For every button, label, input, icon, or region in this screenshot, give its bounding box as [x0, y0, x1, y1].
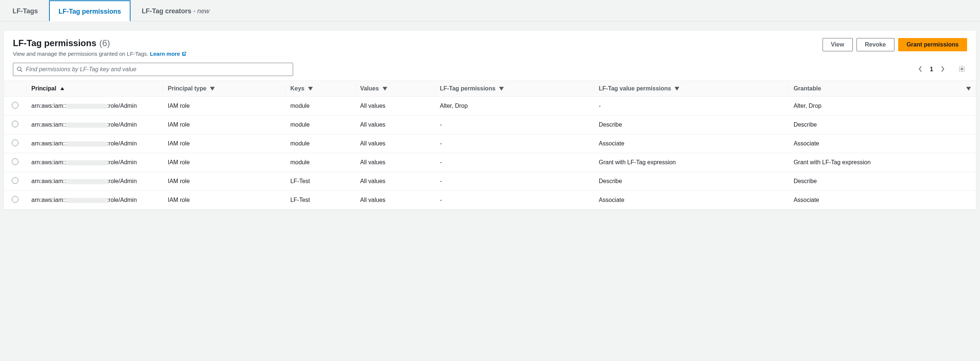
redacted-account-id: [66, 179, 107, 184]
cell-values: All values: [355, 191, 435, 210]
table-row: arn:aws:iam:::role/AdminIAM rolemoduleAl…: [4, 153, 976, 172]
row-radio[interactable]: [12, 196, 18, 203]
cell-lftag-permissions: -: [435, 172, 593, 191]
cell-principal: arn:aws:iam:::role/Admin: [26, 191, 162, 210]
cell-principal-type: IAM role: [162, 153, 285, 172]
col-lftag-value-permissions-label: LF-Tag value permissions: [599, 85, 671, 92]
cell-lftag-value-permissions: Associate: [593, 191, 788, 210]
cell-principal: arn:aws:iam:::role/Admin: [26, 115, 162, 134]
cell-values: All values: [355, 115, 435, 134]
col-select: [4, 81, 26, 97]
prev-page-button[interactable]: [916, 64, 924, 75]
col-grantable-label: Grantable: [794, 85, 821, 92]
revoke-button[interactable]: Revoke: [856, 38, 894, 51]
principal-prefix: arn:aws:iam::: [31, 159, 66, 165]
chevron-right-icon: [940, 66, 945, 72]
view-button[interactable]: View: [822, 38, 853, 51]
cell-keys: module: [285, 153, 355, 172]
table-row: arn:aws:iam:::role/AdminIAM rolemoduleAl…: [4, 134, 976, 153]
cell-principal-type: IAM role: [162, 172, 285, 191]
cell-lftag-value-permissions: Describe: [593, 115, 788, 134]
col-principal-type-label: Principal type: [168, 85, 207, 92]
redacted-account-id: [66, 160, 107, 165]
subtitle: View and manage the permissions granted …: [13, 51, 186, 57]
redacted-account-id: [66, 123, 107, 128]
page-number: 1: [930, 66, 933, 73]
row-radio[interactable]: [12, 139, 18, 146]
cell-lftag-value-permissions: Associate: [593, 134, 788, 153]
col-lftag-value-permissions[interactable]: LF-Tag value permissions: [593, 81, 788, 97]
col-grantable[interactable]: Grantable: [788, 81, 976, 97]
cell-grantable: Describe: [788, 115, 976, 134]
item-count: (6): [99, 38, 110, 48]
title-block: LF-Tag permissions (6) View and manage t…: [13, 38, 186, 57]
new-badge: - new: [193, 7, 209, 15]
filter-icon: [308, 86, 313, 91]
principal-suffix: :role/Admin: [107, 102, 137, 109]
learn-more-link[interactable]: Learn more: [150, 51, 187, 57]
filter-icon: [210, 86, 215, 91]
chevron-left-icon: [918, 66, 923, 72]
col-principal[interactable]: Principal: [26, 81, 162, 97]
principal-prefix: arn:aws:iam::: [31, 178, 66, 184]
page-title: LF-Tag permissions: [13, 38, 96, 48]
tab-lftags[interactable]: LF-Tags: [3, 0, 48, 21]
principal-suffix: :role/Admin: [107, 197, 137, 203]
principal-prefix: arn:aws:iam::: [31, 102, 66, 109]
row-radio[interactable]: [12, 102, 18, 109]
cell-grantable: Associate: [788, 134, 976, 153]
settings-button[interactable]: [957, 64, 967, 75]
sort-asc-icon: [60, 86, 65, 91]
next-page-button[interactable]: [939, 64, 947, 75]
cell-lftag-value-permissions: Describe: [593, 172, 788, 191]
toolbar: 1: [4, 57, 976, 80]
tab-lftag-creators[interactable]: LF-Tag creators - new: [132, 0, 219, 21]
row-radio[interactable]: [12, 158, 18, 165]
cell-lftag-value-permissions: -: [593, 97, 788, 115]
svg-point-0: [18, 67, 21, 71]
cell-grantable: Associate: [788, 191, 976, 210]
svg-point-2: [961, 68, 963, 70]
cell-lftag-permissions: -: [435, 134, 593, 153]
redacted-account-id: [66, 141, 107, 147]
svg-line-1: [21, 70, 22, 72]
tab-bar: LF-Tags LF-Tag permissions LF-Tag creato…: [0, 0, 980, 21]
action-bar: View Revoke Grant permissions: [822, 38, 967, 51]
col-values[interactable]: Values: [355, 81, 435, 97]
col-lftag-permissions[interactable]: LF-Tag permissions: [435, 81, 593, 97]
cell-values: All values: [355, 97, 435, 115]
cell-keys: LF-Test: [285, 191, 355, 210]
cell-lftag-permissions: -: [435, 153, 593, 172]
cell-lftag-permissions: -: [435, 191, 593, 210]
grant-permissions-button[interactable]: Grant permissions: [898, 38, 967, 51]
principal-suffix: :role/Admin: [107, 121, 137, 128]
search-input[interactable]: [13, 63, 293, 76]
cell-principal: arn:aws:iam:::role/Admin: [26, 172, 162, 191]
subtitle-text: View and manage the permissions granted …: [13, 51, 148, 57]
external-link-icon: [181, 51, 186, 56]
permissions-table: Principal Principal type Keys: [4, 80, 976, 209]
col-principal-type[interactable]: Principal type: [162, 81, 285, 97]
principal-prefix: arn:aws:iam::: [31, 140, 66, 147]
row-radio[interactable]: [12, 121, 18, 127]
page-root: LF-Tags LF-Tag permissions LF-Tag creato…: [0, 0, 980, 210]
cell-values: All values: [355, 172, 435, 191]
panel: LF-Tag permissions (6) View and manage t…: [4, 30, 976, 210]
col-keys[interactable]: Keys: [285, 81, 355, 97]
cell-principal: arn:aws:iam:::role/Admin: [26, 97, 162, 115]
table-row: arn:aws:iam:::role/AdminIAM rolemoduleAl…: [4, 97, 976, 115]
cell-keys: module: [285, 115, 355, 134]
search-icon: [17, 66, 23, 73]
tab-lftag-permissions[interactable]: LF-Tag permissions: [49, 0, 131, 21]
panel-header: LF-Tag permissions (6) View and manage t…: [4, 30, 976, 57]
cell-principal-type: IAM role: [162, 134, 285, 153]
cell-values: All values: [355, 134, 435, 153]
cell-principal: arn:aws:iam:::role/Admin: [26, 153, 162, 172]
row-radio[interactable]: [12, 177, 18, 184]
principal-suffix: :role/Admin: [107, 159, 137, 165]
cell-lftag-permissions: Alter, Drop: [435, 97, 593, 115]
search-wrap: [13, 63, 293, 76]
tab-lftag-creators-label: LF-Tag creators: [142, 7, 191, 15]
pager: 1: [916, 64, 967, 75]
cell-lftag-value-permissions: Grant with LF-Tag expression: [593, 153, 788, 172]
